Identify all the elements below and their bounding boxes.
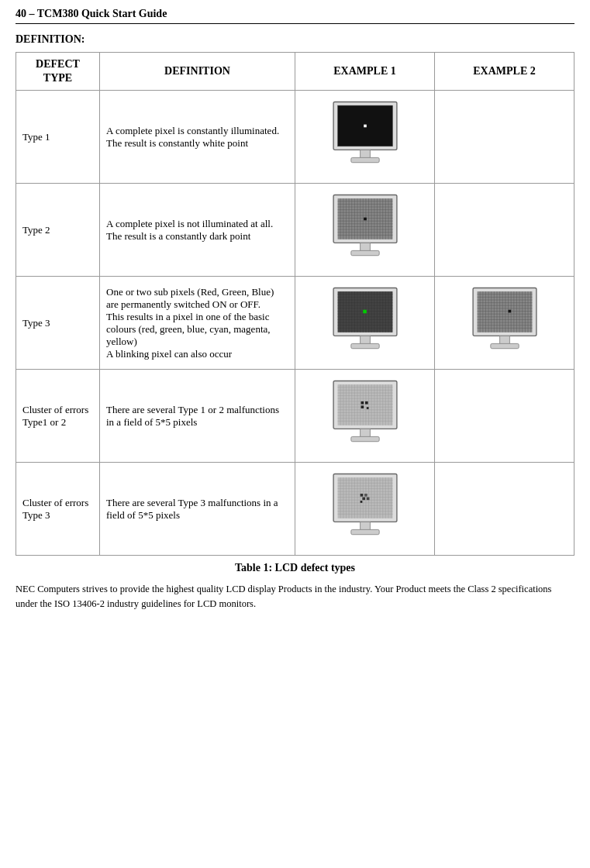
example2-type1 bbox=[435, 91, 574, 184]
table-row: Cluster of errors Type 3 There are sever… bbox=[16, 463, 574, 556]
svg-rect-113 bbox=[508, 310, 511, 313]
example2-type3 bbox=[435, 277, 574, 370]
definition-cluster12: There are several Type 1 or 2 malfunctio… bbox=[100, 370, 295, 463]
defect-type-type1: Type 1 bbox=[16, 91, 100, 184]
svg-rect-195 bbox=[360, 522, 370, 530]
svg-rect-2 bbox=[364, 125, 367, 128]
svg-rect-80 bbox=[477, 291, 532, 332]
defect-type-type2: Type 2 bbox=[16, 184, 100, 277]
svg-rect-76 bbox=[363, 310, 367, 314]
example2-type2 bbox=[435, 184, 574, 277]
definition-cluster3: There are several Type 3 malfunctions in… bbox=[100, 463, 295, 556]
example1-cluster3 bbox=[295, 463, 435, 556]
header-defect-type: DEFECT TYPE bbox=[16, 53, 100, 91]
header-example1: EXAMPLE 1 bbox=[295, 53, 435, 91]
svg-rect-78 bbox=[350, 343, 378, 348]
svg-rect-115 bbox=[490, 343, 518, 348]
definition-type2: A complete pixel is not illuminated at a… bbox=[100, 184, 295, 277]
page-title: 40 – TCM380 Quick Start Guide bbox=[16, 8, 574, 24]
example1-cluster12 bbox=[295, 370, 435, 463]
footer-text: NEC Computers strives to provide the hig… bbox=[16, 582, 574, 611]
table-caption: Table 1: LCD defect types bbox=[16, 562, 574, 574]
example2-cluster3 bbox=[435, 463, 574, 556]
defect-type-cluster12: Cluster of errors Type1 or 2 bbox=[16, 370, 100, 463]
defect-type-type3: Type 3 bbox=[16, 277, 100, 370]
example1-type2 bbox=[295, 184, 435, 277]
svg-rect-4 bbox=[350, 157, 378, 162]
example2-cluster12 bbox=[435, 370, 574, 463]
svg-rect-41 bbox=[350, 250, 378, 255]
svg-rect-3 bbox=[360, 150, 370, 158]
svg-rect-150 bbox=[361, 401, 364, 405]
definition-type1: A complete pixel is constantly illuminat… bbox=[100, 91, 295, 184]
svg-rect-40 bbox=[360, 243, 370, 251]
defect-table: DEFECT TYPE DEFINITION EXAMPLE 1 EXAMPLE… bbox=[16, 52, 574, 556]
svg-rect-77 bbox=[360, 336, 370, 344]
header-example2: EXAMPLE 2 bbox=[435, 53, 574, 91]
svg-rect-196 bbox=[350, 529, 378, 534]
table-row: Type 1 A complete pixel is constantly il… bbox=[16, 91, 574, 184]
svg-rect-153 bbox=[366, 407, 368, 409]
table-row: Cluster of errors Type1 or 2 There are s… bbox=[16, 370, 574, 463]
svg-rect-155 bbox=[350, 436, 378, 441]
header-definition: DEFINITION bbox=[100, 53, 295, 91]
svg-rect-191 bbox=[364, 494, 367, 497]
svg-rect-117 bbox=[337, 384, 392, 425]
svg-rect-194 bbox=[360, 501, 362, 503]
svg-rect-192 bbox=[362, 497, 365, 500]
svg-rect-152 bbox=[361, 405, 364, 408]
svg-rect-151 bbox=[365, 401, 368, 405]
svg-rect-193 bbox=[366, 497, 369, 500]
svg-rect-154 bbox=[360, 429, 370, 437]
example1-type1 bbox=[295, 91, 435, 184]
defect-type-cluster3: Cluster of errors Type 3 bbox=[16, 463, 100, 556]
example1-type3 bbox=[295, 277, 435, 370]
definition-type3: One or two sub pixels (Red, Green, Blue)… bbox=[100, 277, 295, 370]
table-row: Type 2 A complete pixel is not illuminat… bbox=[16, 184, 574, 277]
definition-heading: DEFINITION: bbox=[16, 33, 574, 46]
svg-rect-39 bbox=[364, 218, 367, 221]
svg-rect-190 bbox=[360, 494, 363, 497]
svg-rect-114 bbox=[499, 336, 509, 344]
table-row: Type 3 One or two sub pixels (Red, Green… bbox=[16, 277, 574, 370]
